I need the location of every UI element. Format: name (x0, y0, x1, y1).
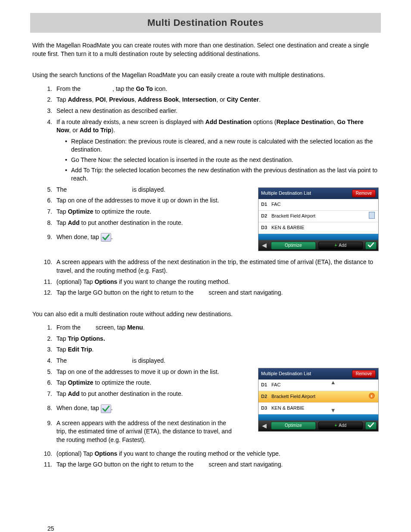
step-a11: (optional) Tap Options if you want to ch… (54, 278, 379, 286)
figure-2: Multiple Destination List Remove D1 FAC … (258, 368, 379, 432)
step-a3: Select a new destination as described ea… (54, 107, 379, 115)
step-b11: Tap the large GO button on the right to … (54, 460, 379, 469)
done-check-button[interactable] (365, 422, 377, 429)
back-icon[interactable]: ◀ (260, 241, 268, 250)
go-icon[interactable] (369, 392, 375, 400)
bullet-addtrip: Add To Trip: the selected location becom… (65, 166, 379, 183)
page-header: Multi Destination Routes (30, 13, 381, 33)
section-a-steps: From the , tap the Go To icon. Tap Addre… (32, 85, 379, 297)
bullet-replace: Replace Destination: the previous route … (65, 137, 379, 154)
section-b-intro: You can also edit a multi destination ro… (32, 310, 379, 319)
arrow-down-icon[interactable]: ▼ (330, 407, 336, 414)
step-a10: A screen appears with the address of the… (54, 258, 379, 275)
check-icon (101, 404, 111, 413)
back-icon[interactable]: ◀ (260, 422, 268, 430)
step-a6: Tap on one of the addresses to move it u… (54, 196, 237, 205)
step-a2: Tap Address, POI, Previous, Address Book… (54, 96, 379, 104)
fig2-bottom: ◀ Optimize +Add (258, 420, 378, 432)
plus-icon: + (334, 423, 337, 429)
fig2-bluebar (258, 414, 378, 420)
fig2-row-d1[interactable]: D1 FAC ▲ (258, 380, 378, 391)
fig2-title: Multiple Destination List (261, 370, 311, 377)
step-b1: From the screen, tap Menu. (54, 324, 379, 332)
optimize-button[interactable]: Optimize (271, 242, 316, 249)
page-number: 25 (47, 525, 54, 532)
step-b3: Tap Edit Trip. (54, 345, 379, 354)
check-icon (101, 233, 111, 242)
add-button[interactable]: +Add (318, 422, 363, 429)
fig1-row-d1[interactable]: D1 FAC (258, 199, 378, 211)
bullet-gothere: Go There Now: the selected location is i… (65, 156, 379, 165)
step-b2: Tap Trip Options. (54, 335, 379, 343)
remove-button[interactable]: Remove (352, 190, 376, 197)
arrow-up-icon[interactable]: ▲ (330, 379, 336, 386)
fig2-row-d2[interactable]: D2 Brackett Field Airport (258, 391, 378, 403)
done-check-button[interactable] (365, 242, 377, 249)
step-a4: If a route already exists, a new screen … (54, 118, 379, 183)
fig1-title: Multiple Destination List (261, 190, 311, 196)
optimize-button[interactable]: Optimize (271, 422, 316, 429)
fig1-titlebar: Multiple Destination List Remove (258, 188, 378, 199)
section-b-steps: From the screen, tap Menu. Tap Trip Opti… (32, 324, 379, 469)
step-b5: Tap on one of the addresses to move it u… (54, 368, 237, 376)
fig1-bottom: ◀ Optimize +Add (258, 240, 378, 251)
add-button[interactable]: +Add (318, 242, 363, 249)
plus-icon: + (334, 243, 337, 249)
intro-paragraph: With the Magellan RoadMate you can creat… (32, 41, 379, 58)
info-icon[interactable] (369, 212, 375, 221)
fig2-titlebar: Multiple Destination List Remove (258, 368, 378, 380)
remove-button[interactable]: Remove (352, 370, 376, 378)
step-b4: The is displayed. (54, 357, 379, 365)
figure-1: Multiple Destination List Remove D1 FAC … (258, 187, 379, 252)
fig1-row-d3[interactable]: D3 KEN & BARBIE (258, 222, 378, 234)
fig2-row-d3[interactable]: D3 KEN & BARBIE ▼ (258, 403, 378, 414)
fig1-bluebar (258, 234, 378, 240)
section-a-intro: Using the search functions of the Magell… (32, 71, 379, 80)
step-b10: (optional) Tap Options if you want to ch… (54, 450, 379, 458)
step-a1: From the , tap the Go To icon. (54, 85, 379, 93)
step-b9: A screen appears with the address of the… (54, 419, 237, 445)
page-title: Multi Destination Routes (30, 17, 381, 28)
fig1-row-d2[interactable]: D2 Brackett Field Airport (258, 211, 378, 222)
step-a12: Tap the large GO button on the right to … (54, 289, 379, 297)
